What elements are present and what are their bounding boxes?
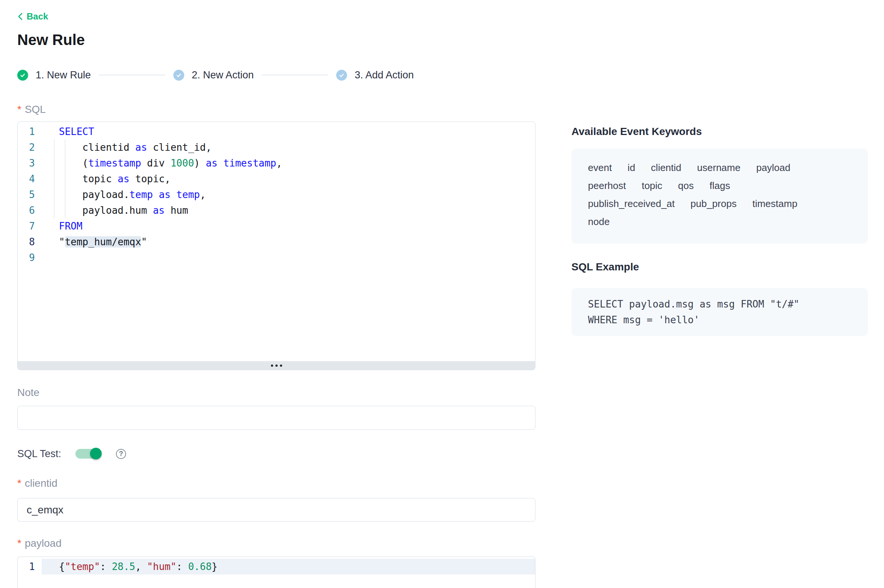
payload-field-label: * payload [17,538,535,549]
keyword-item: publish_received_at [588,198,675,209]
required-asterisk: * [17,104,21,115]
new-rule-page: Back New Rule 1. New Rule2. New Action3.… [0,0,884,588]
code-text: (timestamp div 1000) as timestamp, [42,155,535,171]
stepper-step-2: 2. New Action [173,69,254,81]
code-text: {"temp": 28.5, "hum": 0.68} [42,559,535,574]
keyword-item: event [588,162,612,173]
keyword-item: pub_props [690,198,737,209]
keyword-item: payload [756,162,790,173]
code-text: FROM [42,218,535,234]
required-asterisk: * [17,478,21,489]
resize-dot [271,364,273,367]
required-asterisk: * [17,538,21,549]
code-text [42,250,535,266]
code-text: topic as topic, [42,171,535,187]
keyword-item: peerhost [588,180,626,191]
code-line: 1{"temp": 28.5, "hum": 0.68} [18,559,535,574]
sql-test-toggle[interactable] [75,449,101,459]
keyword-item: clientid [651,162,681,173]
keyword-item: timestamp [752,198,797,209]
code-text: SELECT [42,124,535,140]
code-line: 6 payload.hum as hum [18,202,535,218]
step-connector [99,75,165,75]
line-number: 4 [18,171,42,187]
code-text: clientid as client_id, [42,140,535,155]
note-field-label: Note [17,387,535,398]
line-number: 6 [18,202,42,218]
resize-dot [275,364,278,367]
sql-example-line: SELECT payload.msg as msg FROM "t/#" [588,296,851,312]
code-line: 2 clientid as client_id, [18,140,535,155]
step-check-icon [336,70,347,81]
page-title: New Rule [17,31,535,49]
code-line: 5 payload.temp as temp, [18,187,535,202]
keywords-panel: eventidclientidusernamepayloadpeerhostto… [571,148,868,244]
editor-resize-handle[interactable] [18,361,535,370]
keyword-row: eventidclientidusernamepayload [588,162,851,173]
indent-guide [65,140,65,218]
keyword-item: username [697,162,741,173]
code-text: "temp_hum/emqx" [42,234,535,250]
code-line: 3 (timestamp div 1000) as timestamp, [18,155,535,171]
help-sidebar: Available Event Keywords eventidclientid… [571,126,868,336]
step-check-icon [173,70,184,81]
clientid-field-label: * clientid [17,478,535,489]
code-line: 4 topic as topic, [18,171,535,187]
line-number: 1 [18,124,42,140]
back-chevron-icon [17,12,23,21]
step-label: 1. New Rule [36,69,91,81]
line-number: 1 [18,559,42,574]
sql-code-editor[interactable]: 1SELECT2 clientid as client_id,3 (timest… [17,122,535,370]
help-icon[interactable]: ? [116,449,126,459]
keyword-item: qos [678,180,694,191]
sql-example-title: SQL Example [571,261,868,273]
sql-field-label: * SQL [17,104,535,115]
keyword-row: node [588,216,851,227]
code-text: payload.hum as hum [42,202,535,218]
step-connector [262,75,328,75]
keywords-panel-title: Available Event Keywords [571,126,868,137]
sql-example-box: SELECT payload.msg as msg FROM "t/#"WHER… [571,288,868,336]
payload-code-editor[interactable]: 1{"temp": 28.5, "hum": 0.68} [17,556,535,588]
stepper-step-1: 1. New Rule [17,69,91,81]
keyword-item: topic [642,180,662,191]
line-number: 8 [18,234,42,250]
code-line: 7FROM [18,218,535,234]
step-check-icon [17,70,28,81]
line-number: 7 [18,218,42,234]
code-text: payload.temp as temp, [42,187,535,202]
wizard-stepper: 1. New Rule2. New Action3. Add Action [17,69,535,81]
keyword-item: flags [710,180,730,191]
indent-guide [54,140,54,218]
resize-dot [280,364,282,367]
line-number: 5 [18,187,42,202]
step-label: 2. New Action [192,69,254,81]
stepper-step-3: 3. Add Action [336,69,414,81]
code-line: 1SELECT [18,124,535,140]
code-line: 9 [18,250,535,266]
code-line: 8"temp_hum/emqx" [18,234,535,250]
line-number: 3 [18,155,42,171]
clientid-input[interactable] [17,498,535,522]
keyword-row: peerhosttopicqosflags [588,180,851,191]
keyword-item: node [588,216,610,227]
note-input[interactable] [17,406,535,430]
sql-example-line: WHERE msg = 'hello' [588,312,851,328]
sql-test-row: SQL Test: ? [17,448,535,460]
keyword-row: publish_received_atpub_propstimestamp [588,198,851,209]
payload-code-content: 1{"temp": 28.5, "hum": 0.68} [18,557,535,574]
step-label: 3. Add Action [355,69,414,81]
sql-test-label: SQL Test: [17,448,61,460]
sql-code-content: 1SELECT2 clientid as client_id,3 (timest… [18,122,535,266]
back-link[interactable]: Back [17,11,48,22]
keyword-item: id [628,162,635,173]
line-number: 2 [18,140,42,155]
line-number: 9 [18,250,42,266]
toggle-knob [90,448,102,459]
back-label: Back [27,11,48,22]
main-form-column: Back New Rule 1. New Rule2. New Action3.… [17,0,535,588]
